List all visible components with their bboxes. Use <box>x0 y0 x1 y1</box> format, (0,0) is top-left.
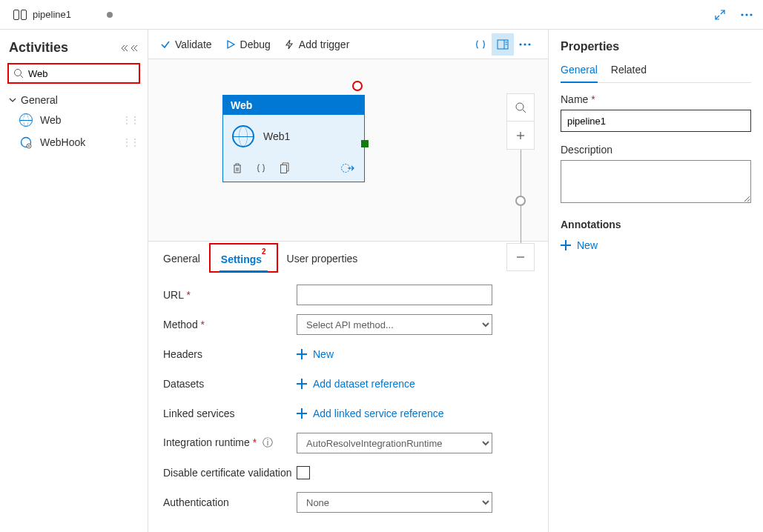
editor-tab-bar: pipeline1 <box>0 0 763 30</box>
svg-rect-17 <box>281 165 287 173</box>
svg-point-2 <box>741 13 743 16</box>
drag-handle-icon: ⋮⋮ <box>122 137 139 147</box>
pipeline-name-label: Name <box>561 93 588 105</box>
zoom-out-button[interactable] <box>506 243 535 271</box>
copy-node-icon[interactable] <box>280 162 290 174</box>
braces-icon <box>475 39 486 50</box>
activity-item-label: Web <box>40 114 62 126</box>
add-dataset-button[interactable]: Add dataset reference <box>297 378 415 390</box>
add-linked-service-button[interactable]: Add linked service reference <box>297 408 444 419</box>
integration-runtime-label: Integration runtime <box>163 436 250 448</box>
datasets-label: Datasets <box>163 378 297 390</box>
validate-button[interactable]: Validate <box>160 39 212 50</box>
globe-icon <box>232 125 254 147</box>
properties-panel: Properties General Related Name * Descri… <box>548 30 763 532</box>
svg-point-3 <box>745 13 747 16</box>
disable-cert-label: Disable certificate validation <box>163 467 297 479</box>
pipeline-name-input[interactable] <box>561 110 751 132</box>
debug-button[interactable]: Debug <box>225 39 271 50</box>
code-view-button[interactable] <box>469 33 492 56</box>
properties-tab-general[interactable]: General <box>561 64 598 83</box>
plus-icon <box>297 379 307 389</box>
properties-toggle-button[interactable] <box>492 33 514 56</box>
node-code-icon[interactable] <box>256 163 266 173</box>
activity-item-webhook[interactable]: WebHook ⋮⋮ <box>0 131 148 153</box>
node-type-label: Web <box>223 96 364 115</box>
plus-icon <box>561 240 571 250</box>
authentication-select[interactable]: None <box>297 492 492 513</box>
delete-node-icon[interactable] <box>232 162 242 174</box>
add-annotation-button[interactable]: New <box>561 239 751 251</box>
svg-line-20 <box>523 110 526 113</box>
more-icon <box>519 43 531 46</box>
expand-icon[interactable] <box>711 6 729 24</box>
activity-config-panel: General Settings2 User properties URL * … <box>148 241 548 532</box>
collapse-panel-icon[interactable] <box>121 43 139 53</box>
validation-error-icon <box>352 81 363 91</box>
search-icon <box>13 68 24 79</box>
activity-category-general[interactable]: General <box>0 91 148 109</box>
fit-to-screen-button[interactable] <box>506 93 535 122</box>
success-connector[interactable] <box>361 140 369 147</box>
svg-point-9 <box>28 145 30 147</box>
config-tab-user-properties[interactable]: User properties <box>278 245 367 270</box>
pipeline-icon <box>13 10 27 20</box>
svg-point-14 <box>519 43 521 45</box>
node-output-icon[interactable] <box>340 163 355 173</box>
activities-search[interactable] <box>7 63 140 84</box>
url-label: URL <box>163 289 184 301</box>
config-tab-settings[interactable]: Settings2 <box>212 245 275 271</box>
zoom-slider-handle[interactable] <box>515 196 526 206</box>
linked-services-label: Linked services <box>163 408 297 419</box>
zoom-slider-track[interactable] <box>521 206 521 243</box>
svg-point-16 <box>528 43 530 45</box>
activity-node-web1[interactable]: Web Web1 <box>222 95 365 182</box>
play-icon <box>225 39 236 50</box>
activities-title: Activities <box>9 40 68 56</box>
check-icon <box>160 39 171 50</box>
integration-runtime-select[interactable]: AutoResolveIntegrationRuntime <box>297 433 492 453</box>
headers-label: Headers <box>163 348 297 360</box>
trigger-icon <box>284 39 294 50</box>
toolbar-more-button[interactable] <box>514 33 536 56</box>
add-header-button[interactable]: New <box>297 348 334 360</box>
editor-tab-pipeline1[interactable]: pipeline1 <box>7 9 119 20</box>
disable-cert-checkbox[interactable] <box>297 466 310 479</box>
canvas-zoom-controls <box>506 93 535 271</box>
zoom-slider-track[interactable] <box>521 150 521 202</box>
activity-category-label: General <box>21 94 58 106</box>
editor-tab-title: pipeline1 <box>33 9 71 20</box>
pipeline-description-label: Description <box>561 144 751 156</box>
globe-icon <box>19 113 33 127</box>
svg-point-15 <box>523 43 526 45</box>
info-icon[interactable]: ⓘ <box>262 436 273 448</box>
activity-item-web[interactable]: Web ⋮⋮ <box>0 109 148 131</box>
more-icon[interactable] <box>738 6 756 24</box>
method-label: Method <box>163 319 198 330</box>
properties-pane-icon <box>497 39 509 50</box>
svg-line-6 <box>21 76 24 79</box>
webhook-icon <box>19 136 33 149</box>
properties-tab-related[interactable]: Related <box>611 64 647 82</box>
activity-item-label: WebHook <box>40 136 85 148</box>
activities-panel: Activities General Web ⋮⋮ <box>0 30 148 532</box>
properties-title: Properties <box>561 40 751 53</box>
pipeline-toolbar: Validate Debug Add trigger <box>148 30 548 59</box>
unsaved-indicator-icon <box>107 12 113 18</box>
add-trigger-button[interactable]: Add trigger <box>284 39 349 50</box>
annotations-heading: Annotations <box>561 219 751 230</box>
node-name: Web1 <box>263 130 290 142</box>
chevron-down-icon <box>9 96 16 104</box>
settings-error-count: 2 <box>262 247 266 256</box>
activities-search-input[interactable] <box>28 68 153 79</box>
url-input[interactable] <box>297 285 492 305</box>
svg-point-5 <box>15 70 22 76</box>
plus-icon <box>297 349 307 359</box>
authentication-label: Authentication <box>163 496 297 508</box>
pipeline-description-input[interactable] <box>561 160 751 203</box>
config-tab-general[interactable]: General <box>154 245 209 270</box>
pipeline-canvas[interactable]: Web Web1 <box>148 59 548 241</box>
zoom-in-button[interactable] <box>506 122 535 150</box>
svg-rect-0 <box>14 10 19 19</box>
method-select[interactable]: Select API method... <box>297 314 492 335</box>
